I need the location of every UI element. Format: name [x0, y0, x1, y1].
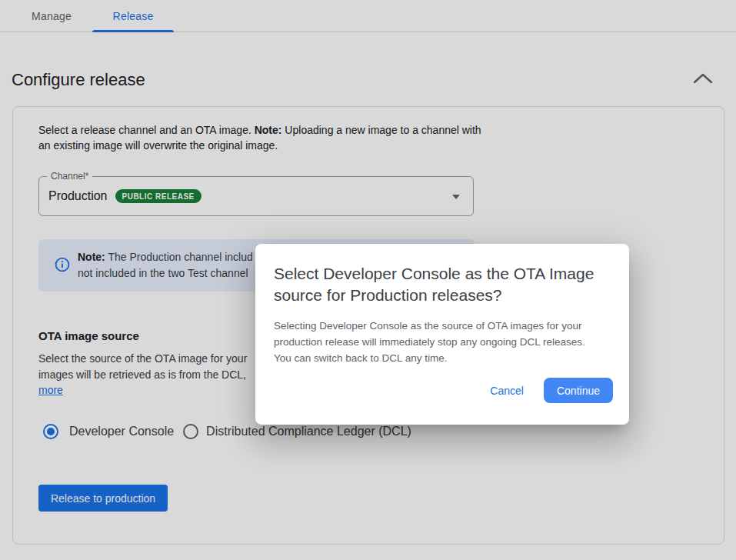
- dialog-body-line1: Selecting Developer Console as the sourc…: [274, 318, 585, 334]
- dialog-title-line1: Select Developer Console as the OTA Imag…: [274, 263, 594, 285]
- dialog-body-line3: You can switch back to DCL any time.: [274, 350, 585, 366]
- dialog-body-line2: production release will immediately stop…: [274, 334, 585, 350]
- confirm-dialog: Select Developer Console as the OTA Imag…: [255, 244, 629, 425]
- cancel-button[interactable]: Cancel: [490, 385, 524, 397]
- continue-button[interactable]: Continue: [544, 378, 613, 403]
- dialog-title-line2: source for Production releases?: [274, 285, 594, 306]
- dialog-body: Selecting Developer Console as the sourc…: [274, 318, 585, 366]
- dialog-title: Select Developer Console as the OTA Imag…: [274, 263, 594, 306]
- dialog-actions: Cancel Continue: [490, 378, 613, 403]
